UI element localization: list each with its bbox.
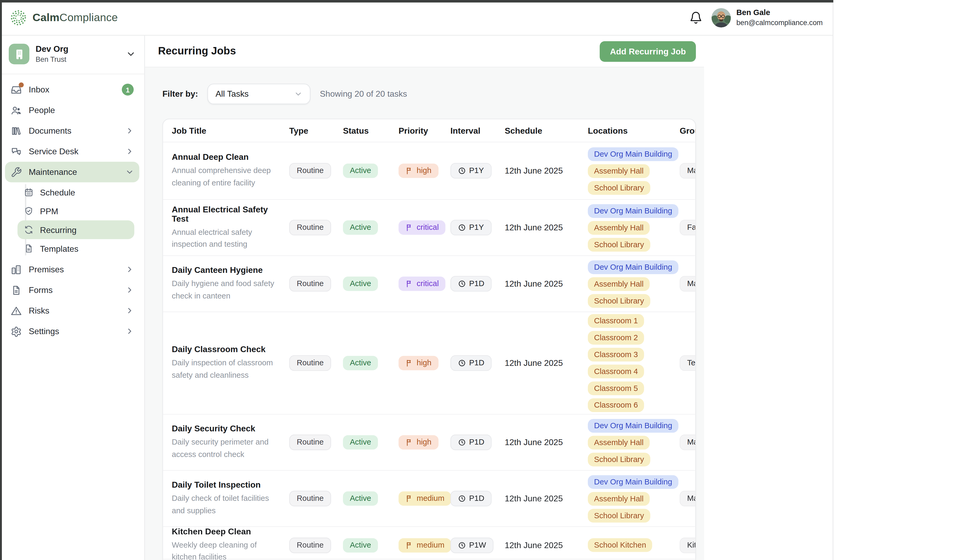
clock-icon xyxy=(458,280,466,288)
job-title: Annual Electrical Safety Test xyxy=(172,204,283,223)
job-title-cell: Kitchen Deep CleanWeekly deep cleaning o… xyxy=(172,527,289,560)
priority-cell: medium xyxy=(399,492,450,505)
sidebar-item-ppm[interactable]: PPM xyxy=(18,201,134,220)
groups-cell: Facilities Management xyxy=(680,220,696,235)
table-row: Annual Electrical Safety TestAnnual elec… xyxy=(163,199,695,256)
sidebar-item-label: Maintenance xyxy=(29,167,119,177)
content-area: Filter by: All Tasks Showing 20 of 20 ta… xyxy=(145,68,704,560)
filter-bar: Filter by: All Tasks Showing 20 of 20 ta… xyxy=(163,84,696,105)
logo-swirl-icon xyxy=(10,9,27,26)
column-header-groups: Groups xyxy=(680,126,696,135)
priority-badge: high xyxy=(399,356,438,370)
sidebar-item-service-desk[interactable]: Service Desk xyxy=(5,141,139,162)
group-badge: Maintenance Team xyxy=(680,435,696,450)
job-title-cell: Daily Canteen HygieneDaily hygiene and f… xyxy=(172,266,289,302)
job-title: Daily Toilet Inspection xyxy=(172,480,283,489)
screen: CalmCompliance xyxy=(0,0,962,560)
location-tag: School Library xyxy=(588,509,650,522)
group-badge: Kitchen Staff xyxy=(680,538,696,553)
sidebar-nav: Inbox1PeopleDocumentsService DeskMainten… xyxy=(0,79,144,341)
recurring-jobs-table: Job TitleTypeStatusPriorityIntervalSched… xyxy=(163,119,696,560)
brand-name-light: Compliance xyxy=(60,11,118,23)
type-badge: Routine xyxy=(289,356,331,371)
job-description: Daily hygiene and food safety check in c… xyxy=(172,278,283,302)
job-title: Daily Classroom Check xyxy=(172,345,283,354)
location-tag: Dev Org Main Building xyxy=(588,475,678,489)
group-badge: Facilities Management xyxy=(680,220,696,235)
schedule-date: 12th June 2025 xyxy=(505,541,588,550)
status-badge: Active xyxy=(343,164,378,178)
task-filter-select[interactable]: All Tasks xyxy=(207,84,310,105)
top-right-cluster: Ben Gale ben@calmcompliance.com xyxy=(689,8,823,27)
sidebar-item-premises[interactable]: Premises xyxy=(5,259,139,280)
sidebar-divider xyxy=(0,74,144,74)
locations-cell: School Kitchen xyxy=(588,538,680,552)
table-header-row: Job TitleTypeStatusPriorityIntervalSched… xyxy=(163,119,695,142)
interval-badge: P1D xyxy=(450,491,492,506)
flag-icon xyxy=(405,541,413,549)
status-cell: Active xyxy=(343,356,399,370)
sidebar-item-inbox[interactable]: Inbox1 xyxy=(5,79,139,100)
locations-cell: Dev Org Main BuildingAssembly HallSchool… xyxy=(588,147,680,195)
priority-cell: high xyxy=(399,435,450,449)
page-header: Recurring Jobs Add Recurring Job xyxy=(145,35,704,68)
sidebar-item-label: Documents xyxy=(29,126,119,135)
sidebar-item-people[interactable]: People xyxy=(5,100,139,121)
column-header-schedule: Schedule xyxy=(505,126,588,135)
priority-badge: high xyxy=(399,164,438,178)
app-window: CalmCompliance xyxy=(0,0,833,560)
job-title-cell: Daily Toilet InspectionDaily check of to… xyxy=(172,480,289,517)
sidebar-item-settings[interactable]: Settings xyxy=(5,321,139,341)
location-tag: Assembly Hall xyxy=(588,436,650,449)
clock-icon xyxy=(458,224,466,232)
sidebar-item-label: Forms xyxy=(29,285,119,294)
interval-cell: P1Y xyxy=(450,220,505,235)
chevron-right-icon xyxy=(126,327,134,335)
brand-logo[interactable]: CalmCompliance xyxy=(10,9,118,26)
clock-icon xyxy=(458,494,466,503)
location-tag: Classroom 5 xyxy=(588,381,644,395)
type-cell: Routine xyxy=(289,356,343,371)
interval-cell: P1D xyxy=(450,276,505,291)
priority-cell: high xyxy=(399,356,450,370)
sidebar-item-label: Risks xyxy=(29,306,119,315)
user-menu[interactable]: Ben Gale ben@calmcompliance.com xyxy=(712,8,823,27)
column-header-status: Status xyxy=(343,126,399,135)
sidebar-item-schedule[interactable]: Schedule xyxy=(18,183,134,202)
sidebar-item-label: Service Desk xyxy=(29,146,119,156)
status-cell: Active xyxy=(343,220,399,235)
status-cell: Active xyxy=(343,492,399,505)
task-filter-value: All Tasks xyxy=(215,89,294,98)
sidebar-item-risks[interactable]: Risks xyxy=(5,300,139,321)
chevron-right-icon xyxy=(126,307,134,315)
location-tag: Assembly Hall xyxy=(588,277,650,291)
priority-cell: critical xyxy=(399,220,450,235)
interval-cell: P1D xyxy=(450,435,505,450)
job-title: Kitchen Deep Clean xyxy=(172,527,283,536)
interval-badge: P1D xyxy=(450,356,492,371)
org-name: Dev Org xyxy=(36,44,120,55)
notifications-bell-icon[interactable] xyxy=(689,11,703,24)
org-switcher[interactable]: Dev Org Ben Trust xyxy=(0,39,144,69)
sidebar-item-maintenance[interactable]: Maintenance xyxy=(5,162,139,182)
type-cell: Routine xyxy=(289,538,343,553)
sidebar-item-forms[interactable]: Forms xyxy=(5,280,139,300)
locations-cell: Dev Org Main BuildingAssembly HallSchool… xyxy=(588,204,680,251)
schedule-date: 12th June 2025 xyxy=(505,166,588,175)
groups-cell: Kitchen Staff xyxy=(680,538,696,553)
sidebar-item-templates[interactable]: Templates xyxy=(18,239,134,258)
filter-label: Filter by: xyxy=(163,89,198,98)
location-tag: School Library xyxy=(588,452,650,466)
location-tag: Classroom 2 xyxy=(588,331,644,345)
status-badge: Active xyxy=(343,538,378,552)
type-cell: Routine xyxy=(289,276,343,291)
warning-icon xyxy=(11,305,22,317)
add-recurring-job-button[interactable]: Add Recurring Job xyxy=(600,41,696,61)
sidebar-item-documents[interactable]: Documents xyxy=(5,121,139,141)
sidebar-item-recurring[interactable]: Recurring xyxy=(18,220,134,239)
document-icon xyxy=(24,243,34,254)
job-title-cell: Annual Electrical Safety TestAnnual elec… xyxy=(172,204,289,250)
location-tag: School Library xyxy=(588,238,650,251)
priority-badge: critical xyxy=(399,277,445,291)
group-badge: Teaching Staff xyxy=(680,356,696,371)
